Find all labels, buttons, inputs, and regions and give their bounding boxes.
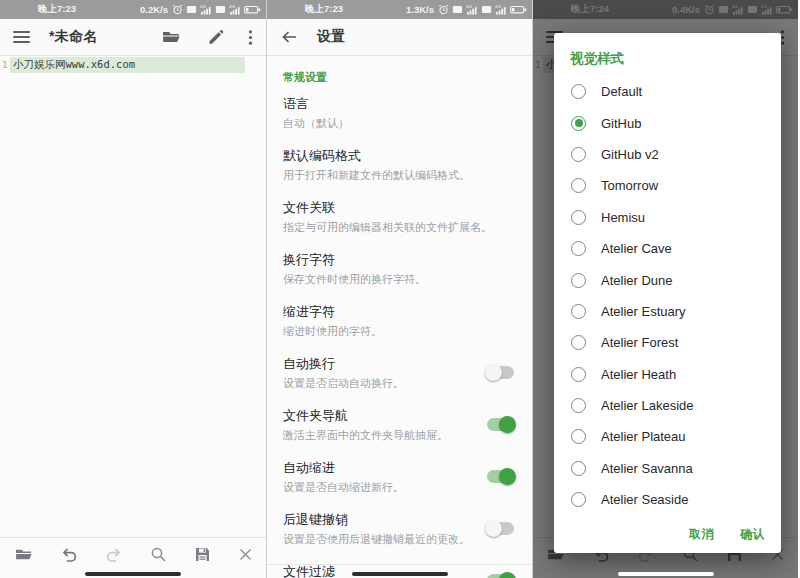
radio-icon[interactable]: [571, 304, 586, 319]
gesture-pill[interactable]: [618, 572, 714, 576]
setting-file-association[interactable]: 文件关联 指定与可用的编辑器相关联的文件扩展名。: [283, 191, 516, 243]
close-icon[interactable]: [238, 547, 253, 562]
line-text: 小刀娱乐网www.x6d.com: [10, 57, 245, 73]
hd-icon: [215, 4, 226, 15]
signal-4g-icon: 4G: [495, 4, 507, 15]
open-folder-icon[interactable]: [161, 28, 181, 46]
radio-icon[interactable]: [571, 84, 586, 99]
setting-back-key-undo[interactable]: 后退键撤销 设置是否使用后退键撤销最近的更改。: [283, 503, 516, 555]
dialog-title: 视觉样式: [554, 50, 781, 68]
svg-text:4G: 4G: [466, 4, 472, 9]
editor-app-bar: *未命名: [0, 19, 266, 56]
clock-text: 晚上7:23: [305, 3, 343, 16]
section-header: 常规设置: [283, 57, 516, 87]
svg-text:4G: 4G: [229, 4, 235, 9]
menu-icon[interactable]: [13, 31, 30, 43]
word-wrap-toggle[interactable]: [487, 366, 514, 379]
radio-icon[interactable]: [571, 178, 586, 193]
settings-list: 常规设置 语言 自动（默认） 默认编码格式 用于打开和新建文件的默认编码格式。 …: [267, 57, 532, 578]
code-line-1[interactable]: 1 小刀娱乐网www.x6d.com: [0, 57, 266, 72]
folder-navigation-toggle[interactable]: [487, 418, 514, 431]
clock-text: 晚上7:23: [38, 3, 76, 16]
net-speed-text: 1.3K/s: [406, 4, 434, 15]
theme-option-atelier-estuary[interactable]: Atelier Estuary: [554, 296, 781, 327]
more-icon[interactable]: [248, 29, 253, 46]
back-key-undo-toggle[interactable]: [487, 522, 514, 535]
theme-option-github-v2[interactable]: GitHub v2: [554, 139, 781, 170]
alarm-icon: [172, 4, 183, 15]
theme-option-atelier-plateau[interactable]: Atelier Plateau: [554, 421, 781, 452]
settings-app-bar: 设置: [267, 19, 532, 56]
radio-icon[interactable]: [571, 398, 586, 413]
dialog-actions: 取消 确认: [689, 526, 765, 543]
gesture-pill[interactable]: [85, 572, 181, 576]
page-title: 设置: [317, 28, 346, 46]
theme-option-default[interactable]: Default: [554, 76, 781, 107]
theme-option-list: Default GitHub GitHub v2 Tomorrow Hemisu…: [554, 76, 781, 515]
radio-icon[interactable]: [571, 210, 586, 225]
signal-4g-icon: 4G: [229, 4, 241, 15]
svg-text:4G: 4G: [495, 4, 501, 9]
signal-4g-icon: 4G: [466, 4, 478, 15]
hd-icon: [481, 4, 492, 15]
alarm-icon: [438, 4, 449, 15]
search-icon[interactable]: [150, 546, 167, 563]
file-filter-toggle[interactable]: [487, 574, 514, 578]
theme-option-atelier-dune[interactable]: Atelier Dune: [554, 264, 781, 295]
theme-option-atelier-cave[interactable]: Atelier Cave: [554, 233, 781, 264]
divider: [267, 564, 532, 565]
hd-icon: [186, 4, 197, 15]
theme-dialog-screen: 晚上7:24 0.4K/s 4G 4G 1 小刀娱乐网www.x6d.com: [532, 0, 798, 578]
status-bar: 晚上7:23 1.3K/s 4G 4G: [267, 0, 532, 19]
radio-icon[interactable]: [571, 241, 586, 256]
gesture-pill[interactable]: [352, 572, 448, 576]
setting-line-ending[interactable]: 换行字符 保存文件时使用的换行字符。: [283, 243, 516, 295]
setting-default-encoding[interactable]: 默认编码格式 用于打开和新建文件的默认编码格式。: [283, 139, 516, 191]
net-speed-text: 0.2K/s: [140, 4, 168, 15]
hd-icon: [452, 4, 463, 15]
setting-indent-char[interactable]: 缩进字符 缩进时使用的字符。: [283, 295, 516, 347]
auto-indent-toggle[interactable]: [487, 470, 514, 483]
theme-option-atelier-savanna[interactable]: Atelier Savanna: [554, 453, 781, 484]
radio-icon[interactable]: [571, 461, 586, 476]
document-title: *未命名: [49, 28, 98, 46]
open-folder-icon[interactable]: [14, 546, 33, 563]
radio-icon[interactable]: [571, 492, 586, 507]
setting-auto-indent[interactable]: 自动缩进 设置是否自动缩进新行。: [283, 451, 516, 503]
setting-word-wrap[interactable]: 自动换行 设置是否启动自动换行。: [283, 347, 516, 399]
battery-icon: [510, 4, 527, 15]
setting-language[interactable]: 语言 自动（默认）: [283, 87, 516, 139]
svg-text:4G: 4G: [200, 4, 206, 9]
save-icon[interactable]: [194, 546, 211, 563]
signal-4g-icon: 4G: [200, 4, 212, 15]
back-arrow-icon[interactable]: [280, 28, 298, 46]
confirm-button[interactable]: 确认: [740, 526, 765, 543]
theme-option-atelier-seaside[interactable]: Atelier Seaside: [554, 484, 781, 515]
setting-folder-navigation[interactable]: 文件夹导航 激活主界面中的文件夹导航抽屉。: [283, 399, 516, 451]
theme-option-hemisu[interactable]: Hemisu: [554, 202, 781, 233]
theme-option-tomorrow[interactable]: Tomorrow: [554, 170, 781, 201]
edit-icon[interactable]: [207, 29, 224, 46]
editor-screen: 晚上7:23 0.2K/s 4G 4G *未命名 1 小刀娱乐网www.x6d.: [0, 0, 266, 578]
theme-option-atelier-heath[interactable]: Atelier Heath: [554, 359, 781, 390]
editor-bottom-toolbar: [0, 537, 266, 570]
theme-option-github[interactable]: GitHub: [554, 107, 781, 138]
theme-option-atelier-lakeside[interactable]: Atelier Lakeside: [554, 390, 781, 421]
undo-icon[interactable]: [60, 546, 78, 562]
theme-option-atelier-forest[interactable]: Atelier Forest: [554, 327, 781, 358]
triple-screenshot: 晚上7:23 0.2K/s 4G 4G *未命名 1 小刀娱乐网www.x6d.: [0, 0, 800, 578]
cancel-button[interactable]: 取消: [689, 526, 714, 543]
redo-icon: [105, 546, 123, 562]
visual-style-dialog: 视觉样式 Default GitHub GitHub v2 Tomorrow H…: [554, 33, 781, 553]
battery-icon: [244, 4, 261, 15]
editor-text-area[interactable]: 1 小刀娱乐网www.x6d.com: [0, 57, 266, 536]
settings-screen: 晚上7:23 1.3K/s 4G 4G 设置 常规设置 语言 自动（默认） 默: [266, 0, 532, 578]
radio-icon[interactable]: [571, 335, 586, 350]
radio-icon[interactable]: [571, 367, 586, 382]
radio-icon[interactable]: [571, 147, 586, 162]
radio-icon[interactable]: [571, 273, 586, 288]
status-bar: 晚上7:23 0.2K/s 4G 4G: [0, 0, 266, 19]
radio-icon[interactable]: [571, 116, 586, 131]
line-number: 1: [0, 60, 10, 70]
radio-icon[interactable]: [571, 429, 586, 444]
